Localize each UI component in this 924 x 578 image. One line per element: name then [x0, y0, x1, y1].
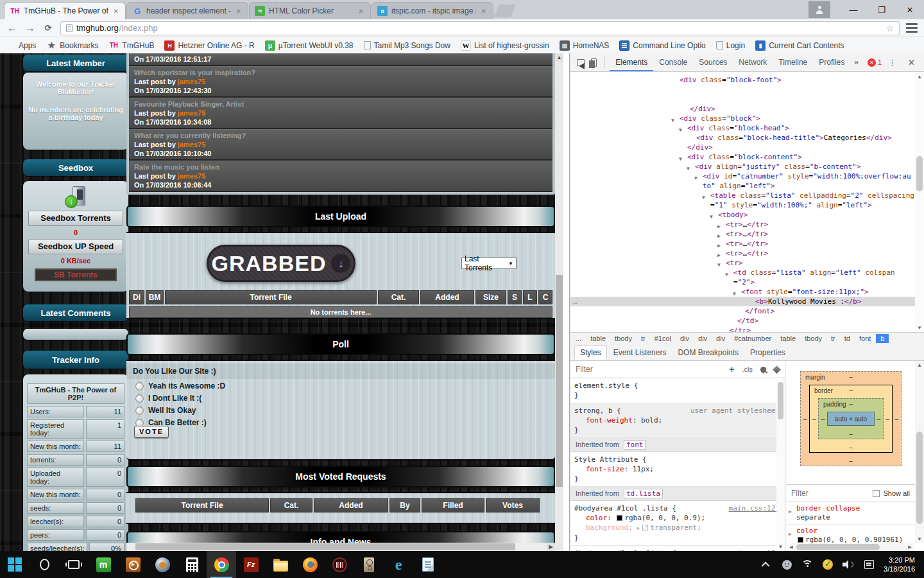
panel-tab-properties[interactable]: Properties [745, 346, 791, 359]
taskbar-winamp-button[interactable] [148, 551, 177, 578]
profile-button[interactable] [809, 1, 830, 18]
tab-close-icon[interactable]: ✕ [357, 8, 365, 15]
scroll-down-icon[interactable]: ▼ [915, 536, 924, 542]
style-rule[interactable]: strong, b {user agent stylesheetfont-wei… [570, 403, 785, 438]
column-header[interactable]: S [508, 290, 522, 304]
more-tabs-icon[interactable]: » [851, 58, 861, 67]
tab-close-icon[interactable]: ✕ [235, 8, 243, 15]
radio-button[interactable] [135, 407, 144, 415]
forum-topic[interactable]: Favourite Playback Singer, ArtistLast po… [129, 98, 552, 129]
style-rule[interactable]: Style Attribute {font-size: 11px;} [570, 452, 785, 487]
breadcrumb-item[interactable]: tr [641, 335, 646, 342]
radio-button[interactable] [135, 394, 144, 403]
computed-property[interactable]: ▶border-collapseseparate [786, 502, 915, 525]
action-center-icon[interactable] [863, 559, 875, 570]
css-property[interactable]: font-size: 11px; [574, 464, 780, 474]
norton-icon[interactable]: ✓ [822, 559, 834, 570]
dom-line[interactable]: ▼<font style="font-size:11px;"> [570, 287, 915, 297]
column-header[interactable]: Torrent File [135, 498, 269, 512]
breadcrumb-item[interactable]: #catnumber [734, 335, 771, 342]
bookmark-item[interactable]: ★Bookmarks [46, 40, 98, 51]
bookmark-item[interactable]: Apps [5, 41, 36, 50]
minimize-button[interactable]: — [839, 1, 868, 19]
box-model-margin[interactable]: margin – – – – border – – – – padding – [800, 371, 902, 466]
column-header[interactable]: Cat. [270, 498, 312, 512]
poll-option[interactable]: Yeah its Awesome :D [135, 381, 225, 390]
panel-tab-styles[interactable]: Styles [574, 346, 607, 360]
panel-tab-event-listeners[interactable]: Event Listeners [608, 346, 672, 359]
toggle-element-state-icon[interactable] [773, 365, 781, 374]
taskbar-mremoteng-button[interactable]: m [89, 551, 118, 578]
dom-line[interactable]: ▼<tr> [570, 258, 915, 268]
pin-icon[interactable] [759, 365, 767, 374]
browser-tab[interactable]: THTmGHuB - The Power of P✕ [4, 2, 126, 19]
scrollbar-thumb[interactable] [778, 382, 783, 419]
bookmark-item[interactable]: Tamil Mp3 Songs Dow [364, 41, 450, 50]
scroll-left-icon[interactable]: ◀ [787, 543, 795, 551]
taskbar-explorer-button[interactable] [266, 551, 295, 578]
scrollbar-thumb[interactable] [796, 544, 880, 550]
scroll-down-icon[interactable]: ▼ [915, 325, 924, 331]
devtools-tab-network[interactable]: Network [733, 53, 773, 71]
restore-button[interactable]: ❐ [868, 1, 896, 19]
devtools-tab-console[interactable]: Console [653, 53, 693, 71]
computed-scrollbar[interactable]: ▲ ▼ [915, 361, 924, 543]
column-header[interactable]: BM [146, 290, 164, 304]
dom-line[interactable]: </div> [570, 104, 915, 114]
scrollbar-thumb[interactable] [556, 275, 563, 487]
volume-icon[interactable] [843, 559, 854, 570]
dom-line[interactable]: ▶<tr>…</tr> [570, 229, 915, 239]
css-property[interactable]: font-weight: bold; [574, 416, 780, 425]
seedbox-torrents-button[interactable]: Seedbox Torrents [28, 211, 123, 226]
dom-line[interactable]: ▼<div class="block-head"> [570, 123, 915, 133]
box-model-border[interactable]: border – – – – padding – – – – auto × au… [809, 385, 893, 453]
dom-line[interactable]: ▼<div align="justify" class="b-content"> [570, 162, 915, 171]
dom-line[interactable]: </td> [570, 316, 915, 326]
scroll-up-icon[interactable]: ▲ [915, 74, 924, 80]
scroll-right-icon[interactable]: ▶ [547, 543, 555, 551]
style-rule[interactable]: element.style {} [570, 378, 785, 403]
dom-line[interactable]: <div class="block-foot"> [570, 75, 915, 85]
dom-line[interactable]: ▼<table class="lista" cellpadding="2" ce… [570, 191, 915, 210]
topic-user-link[interactable]: james75 [178, 141, 205, 148]
column-header[interactable]: Torrent File [165, 290, 377, 304]
error-badge[interactable]: ✕ 1 [868, 58, 882, 67]
taskbar-foobar-button[interactable] [354, 551, 384, 578]
forum-topic[interactable]: Rate the music you listenLast post by ja… [129, 161, 552, 192]
devtools-tab-profiles[interactable]: Profiles [813, 53, 850, 71]
topic-title[interactable]: Favourite Playback Singer, Artist [134, 100, 547, 109]
column-header[interactable]: C [538, 290, 552, 304]
dom-line[interactable]: …<b>Kollywood Movies :</b> [570, 297, 915, 306]
dom-line[interactable]: ▼<div class="block"> [570, 114, 915, 123]
breadcrumb-item[interactable]: #1col [654, 335, 671, 342]
last-torrents-dropdown[interactable]: Last Torrents▼ [461, 258, 517, 269]
scroll-up-icon[interactable]: ▲ [555, 53, 563, 62]
address-bar[interactable]: tmghub.org/index.php ☆ [60, 21, 900, 35]
panel-tab-dom-breakpoints[interactable]: DOM Breakpoints [672, 346, 744, 359]
breadcrumb-item[interactable]: div [680, 335, 689, 342]
dom-line[interactable]: ▶<tr>…</tr> [570, 239, 915, 249]
taskbar-notepad-button[interactable] [413, 551, 443, 578]
dom-line[interactable]: </tr> [570, 326, 915, 332]
breadcrumb-item[interactable]: b [876, 334, 889, 343]
taskbar-filezilla-button[interactable]: Fz [236, 551, 266, 578]
devtools-tab-timeline[interactable]: Timeline [773, 53, 813, 71]
color-swatch[interactable] [642, 525, 648, 530]
reload-icon[interactable]: ⟳ [42, 22, 54, 34]
box-model-padding[interactable]: padding – – – – auto × auto [818, 398, 884, 439]
breadcrumb-item[interactable]: tbody [805, 335, 822, 342]
computed-filter-input[interactable] [791, 489, 843, 498]
devtools-tab-elements[interactable]: Elements [610, 53, 653, 71]
column-header[interactable]: Dl [129, 290, 144, 304]
tab-close-icon[interactable]: ✕ [112, 8, 120, 15]
new-tab-button[interactable] [493, 4, 516, 17]
breadcrumb-item[interactable]: font [859, 335, 871, 342]
breadcrumb-item[interactable]: table [780, 335, 796, 342]
dom-line[interactable]: ▼<tbody> [570, 210, 915, 220]
taskbar-firefox-button[interactable] [295, 551, 325, 578]
taskbar-edge-button[interactable]: e [384, 551, 413, 578]
style-rule[interactable]: #bodyarea #1col .lista {main.css:121colo… [570, 501, 785, 546]
forward-icon[interactable]: → [24, 22, 36, 34]
column-header[interactable]: L [523, 290, 537, 304]
browser-tab[interactable]: ≈HTML Color Picker✕ [249, 2, 371, 19]
